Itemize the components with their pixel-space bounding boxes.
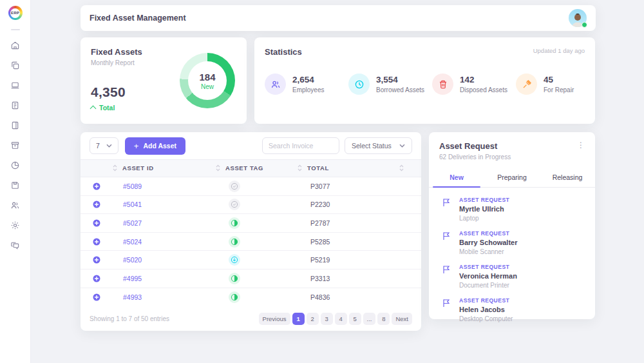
add-asset-label: Add Asset: [143, 142, 176, 150]
request-name: Helen Jacobs: [459, 306, 513, 313]
stat-label: For Repair: [544, 86, 574, 93]
add-asset-button[interactable]: + Add Asset: [125, 137, 185, 155]
asset-id-link[interactable]: #5024: [113, 238, 142, 246]
sidebar-item-notes[interactable]: [8, 98, 23, 112]
table-row[interactable]: #5027 P2787: [80, 214, 421, 233]
request-device: Desktop Computer: [459, 315, 513, 322]
sort-icon[interactable]: [298, 164, 302, 172]
user-avatar[interactable]: [569, 9, 587, 27]
list-item[interactable]: ASSET REQUEST Myrtle Ullrich Laptop: [442, 197, 585, 222]
sidebar-item-copy[interactable]: [8, 58, 23, 72]
tab-releasing[interactable]: Releasing: [540, 169, 595, 187]
sidebar-item-pie-chart[interactable]: [8, 158, 23, 172]
table-row[interactable]: #4995 P3313: [80, 270, 421, 288]
pagination-previous[interactable]: Previous: [259, 313, 290, 325]
chevron-down-icon: [106, 144, 112, 148]
sidebar-item-laptop[interactable]: [8, 78, 23, 92]
pagination-page-2[interactable]: 2: [307, 313, 319, 325]
request-tag: ASSET REQUEST: [459, 197, 509, 203]
list-item[interactable]: ASSET REQUEST Barry Schowalter Mobile Sc…: [442, 230, 585, 255]
row-action-icon[interactable]: [80, 238, 113, 246]
table-row[interactable]: #5020 P5219: [80, 251, 421, 270]
sidebar-item-settings[interactable]: [8, 218, 23, 232]
row-action-icon[interactable]: [80, 201, 113, 208]
sidebar-item-book[interactable]: [8, 118, 23, 132]
sidebar-menu: [8, 38, 23, 252]
list-item[interactable]: ASSET REQUEST Helen Jacobs Desktop Compu…: [442, 297, 585, 322]
select-status-dropdown[interactable]: Select Status: [345, 137, 412, 154]
column-total[interactable]: TOTAL: [298, 164, 399, 172]
asset-id-link[interactable]: #5027: [113, 219, 142, 227]
column-extra[interactable]: [399, 164, 421, 172]
half-circle-green-icon: [229, 236, 240, 248]
stat-label: Employees: [292, 86, 324, 93]
save-icon: [10, 181, 20, 190]
pagination-page-1[interactable]: 1: [292, 313, 305, 325]
row-action-icon[interactable]: [80, 275, 113, 282]
sort-icon[interactable]: [113, 164, 117, 172]
asset-id-link[interactable]: #4993: [113, 293, 142, 301]
pagination: Previous 1 2 3 4 5 ... 8 Next: [259, 313, 412, 325]
clock-icon: [348, 74, 370, 95]
pagination-page-4[interactable]: 4: [335, 313, 347, 325]
table-header-row: ASSET ID ASSET TAG TOTAL: [80, 159, 421, 177]
tab-new[interactable]: New: [429, 169, 484, 187]
stat-value: 142: [460, 75, 507, 84]
table-row[interactable]: #5089 P3077: [80, 177, 421, 196]
request-device: Laptop: [459, 215, 509, 222]
column-label: ASSET TAG: [225, 164, 263, 172]
pagination-next[interactable]: Next: [392, 313, 412, 325]
fixed-assets-total-label: Total: [99, 104, 115, 112]
asset-id-link[interactable]: #5020: [113, 256, 142, 264]
donut-center-value: 184: [199, 72, 215, 83]
table-row[interactable]: #5041 P2230: [80, 196, 421, 215]
sidebar-item-home[interactable]: [8, 38, 23, 52]
request-name: Myrtle Ullrich: [459, 205, 509, 213]
row-action-icon[interactable]: [80, 256, 113, 264]
row-action-icon[interactable]: [80, 182, 113, 190]
pagination-page-8[interactable]: 8: [377, 313, 390, 325]
pagination-page-3[interactable]: 3: [321, 313, 333, 325]
sort-icon[interactable]: [399, 164, 404, 172]
stat-value: 2,654: [292, 75, 324, 84]
chevron-down-icon: [399, 144, 405, 148]
trend-up-icon: [91, 105, 96, 110]
sidebar-item-save[interactable]: [8, 178, 23, 192]
list-item[interactable]: ASSET REQUEST Veronica Herman Document P…: [442, 264, 585, 289]
sort-icon[interactable]: [216, 164, 220, 172]
pagination-ellipsis[interactable]: ...: [363, 313, 376, 325]
check-circle-icon: [229, 181, 240, 192]
table-body: #5089 P3077 #5041 P2230 #5027 P2787: [80, 177, 421, 306]
asset-total: P5285: [298, 238, 399, 246]
row-action-icon[interactable]: [80, 219, 113, 227]
home-icon: [10, 41, 20, 50]
table-row[interactable]: #5024 P5285: [80, 233, 421, 251]
sidebar-item-users[interactable]: [8, 198, 23, 212]
pagination-page-5[interactable]: 5: [349, 313, 361, 325]
gear-icon: [10, 221, 20, 230]
asset-table-card: 7 + Add Asset Select Status ASSET ID: [80, 132, 421, 331]
row-action-icon[interactable]: [80, 293, 113, 301]
sidebar-item-chat[interactable]: [8, 238, 23, 252]
sidebar-item-archive[interactable]: [8, 138, 23, 152]
statistics-updated: Updated 1 day ago: [533, 47, 585, 54]
users-icon: [10, 201, 20, 210]
column-label: ASSET ID: [122, 164, 154, 172]
arrow-down-circle-cyan-icon: [229, 254, 240, 266]
laptop-icon: [10, 81, 20, 90]
per-page-select[interactable]: 7: [90, 137, 118, 154]
kebab-menu-icon[interactable]: ⋮: [577, 141, 585, 151]
request-tag: ASSET REQUEST: [459, 297, 513, 304]
asset-id-link[interactable]: #4995: [113, 275, 142, 282]
asset-id-link[interactable]: #5041: [113, 201, 142, 208]
column-asset-tag[interactable]: ASSET TAG: [216, 164, 298, 172]
asset-id-link[interactable]: #5089: [113, 182, 142, 190]
tab-preparing[interactable]: Preparing: [484, 169, 540, 187]
table-row[interactable]: #4993 P4836: [80, 288, 421, 307]
column-asset-id[interactable]: ASSET ID: [113, 164, 216, 172]
asset-total: P2230: [298, 201, 399, 208]
flag-icon: [442, 298, 451, 308]
app-logo[interactable]: ERP: [8, 6, 23, 20]
search-invoice-input[interactable]: [262, 137, 339, 154]
users-icon: [265, 74, 286, 95]
